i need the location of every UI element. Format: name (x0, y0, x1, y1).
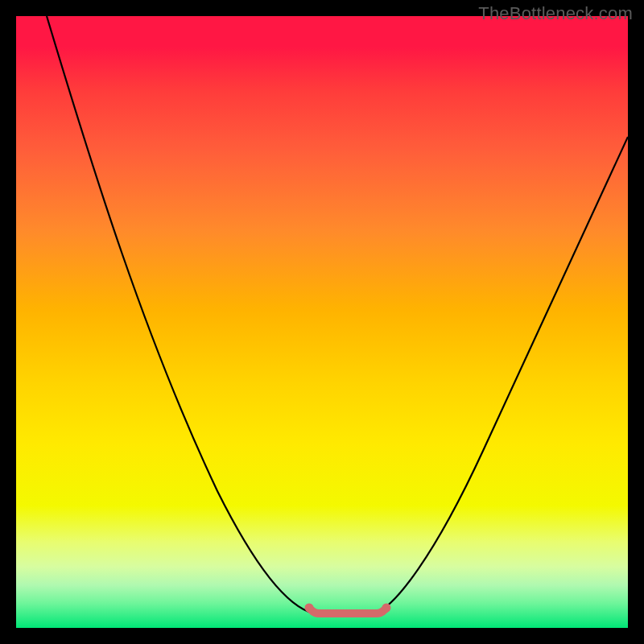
highlight-endpoint-left-icon (305, 604, 314, 613)
plot-area (16, 16, 628, 628)
optimal-range-highlight (309, 608, 386, 613)
chart-frame: TheBottleneck.com (0, 0, 644, 644)
highlight-endpoint-right-icon (382, 604, 391, 613)
bottleneck-curve (47, 16, 628, 613)
watermark-text: TheBottleneck.com (478, 3, 633, 24)
curve-layer (16, 16, 628, 628)
